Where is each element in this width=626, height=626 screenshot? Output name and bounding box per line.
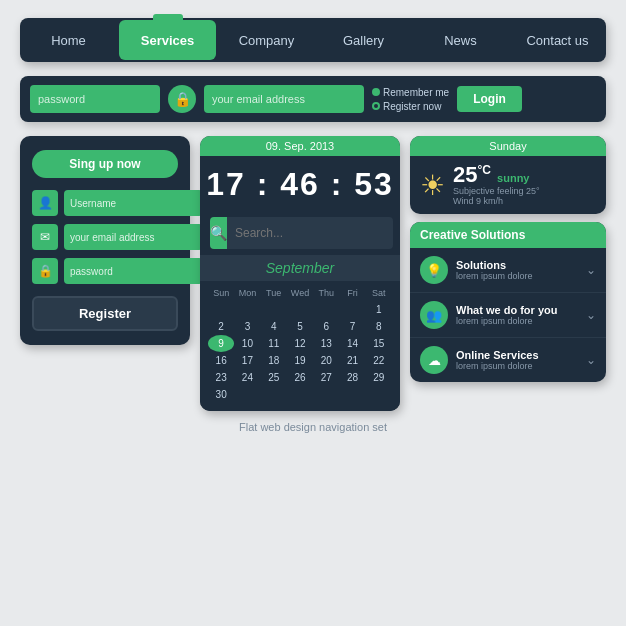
calendar-week-2: 2 3 4 5 6 7 8 [208, 318, 392, 335]
calendar-week-3: 9 10 11 12 13 14 15 [208, 335, 392, 352]
password-field[interactable] [30, 85, 160, 113]
nav-news[interactable]: News [412, 18, 509, 62]
remember-radio [372, 88, 380, 96]
calendar-week-1: 1 [208, 301, 392, 318]
weather-info: 25°C sunny Subjective feeling 25° Wind 9… [453, 164, 596, 206]
nav-home[interactable]: Home [20, 18, 117, 62]
calendar-grid: Sun Mon Tue Wed Thu Fri Sat 1 2 3 4 [200, 281, 400, 411]
calendar-week-4: 16 17 18 19 20 21 22 [208, 352, 392, 369]
register-radio [372, 102, 380, 110]
remember-me-label[interactable]: Remember me [372, 87, 449, 98]
weather-feeling: Subjective feeling 25° [453, 186, 596, 196]
whatwedo-text: What we do for you lorem ipsum dolore [456, 304, 578, 326]
nav-services[interactable]: Services [119, 20, 216, 60]
calendar-month: September [200, 255, 400, 281]
online-services-icon: ☁ [420, 346, 448, 374]
online-services-text: Online Services lorem ipsum dolore [456, 349, 578, 371]
clock-time: 17 : 46 : 53 [200, 156, 400, 211]
lock-icon: 🔒 [168, 85, 196, 113]
signup-button[interactable]: Sing up now [32, 150, 178, 178]
email-icon: ✉ [32, 224, 58, 250]
whatwedo-icon: 👥 [420, 301, 448, 329]
solutions-icon: 💡 [420, 256, 448, 284]
register-now-label[interactable]: Register now [372, 101, 449, 112]
creative-item-solutions[interactable]: 💡 Solutions lorem ipsum dolore ⌄ [410, 248, 606, 293]
radio-group: Remember me Register now [372, 87, 449, 112]
creative-title: Creative Solutions [410, 222, 606, 248]
calendar-days-header: Sun Mon Tue Wed Thu Fri Sat [208, 285, 392, 301]
nav-gallery[interactable]: Gallery [315, 18, 412, 62]
weather-wind: Wind 9 km/h [453, 196, 596, 206]
creative-item-online[interactable]: ☁ Online Services lorem ipsum dolore ⌄ [410, 338, 606, 382]
login-email-field[interactable] [204, 85, 364, 113]
solutions-text: Solutions lorem ipsum dolore [456, 259, 578, 281]
weather-body: ☀ 25°C sunny Subjective feeling 25° Wind… [410, 156, 606, 214]
bottom-section: Sing up now 👤 ✉ 🔒 Register 09. Sep. 2013… [20, 136, 606, 411]
weather-card: Sunday ☀ 25°C sunny Subjective feeling 2… [410, 136, 606, 214]
signup-card: Sing up now 👤 ✉ 🔒 Register [20, 136, 190, 345]
nav-company[interactable]: Company [218, 18, 315, 62]
calendar-week-5: 23 24 25 26 27 28 29 [208, 369, 392, 386]
username-row: 👤 [32, 190, 178, 216]
creative-solutions-card: Creative Solutions 💡 Solutions lorem ips… [410, 222, 606, 382]
register-button[interactable]: Register [32, 296, 178, 331]
password-row: 🔒 [32, 258, 178, 284]
weather-description: sunny [497, 172, 529, 184]
login-button[interactable]: Login [457, 86, 522, 112]
navigation-bar: Home Services Company Gallery News Conta… [20, 18, 606, 62]
login-bar: 🔒 Remember me Register now Login [20, 76, 606, 122]
signup-email-field[interactable] [64, 224, 203, 250]
clock-date: 09. Sep. 2013 [200, 136, 400, 156]
email-row: ✉ [32, 224, 178, 250]
whatwedo-arrow: ⌄ [586, 308, 596, 322]
username-field[interactable] [64, 190, 203, 216]
search-input[interactable] [227, 217, 393, 249]
nav-contact[interactable]: Contact us [509, 18, 606, 62]
weather-temperature: 25°C sunny [453, 164, 596, 186]
weather-day: Sunday [410, 136, 606, 156]
footer-text: Flat web design navigation set [239, 421, 387, 433]
password-icon: 🔒 [32, 258, 58, 284]
sun-icon: ☀ [420, 169, 445, 202]
user-icon: 👤 [32, 190, 58, 216]
solutions-arrow: ⌄ [586, 263, 596, 277]
search-icon: 🔍 [210, 217, 227, 249]
creative-item-whatwedo[interactable]: 👥 What we do for you lorem ipsum dolore … [410, 293, 606, 338]
search-row: 🔍 [200, 211, 400, 255]
clock-calendar-card: 09. Sep. 2013 17 : 46 : 53 🔍 September S… [200, 136, 400, 411]
calendar-week-6: 30 [208, 386, 392, 403]
right-column: Sunday ☀ 25°C sunny Subjective feeling 2… [410, 136, 606, 382]
signup-password-field[interactable] [64, 258, 203, 284]
online-services-arrow: ⌄ [586, 353, 596, 367]
